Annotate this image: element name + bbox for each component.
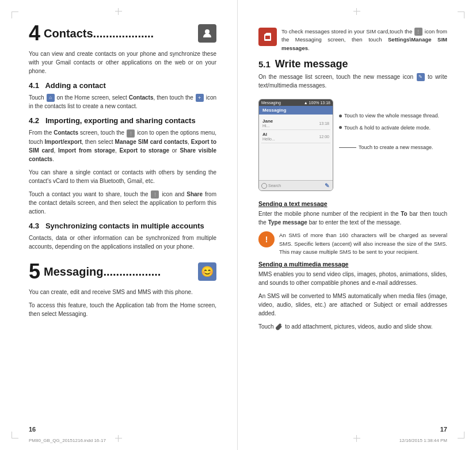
mockup-section: Messaging ▲ 100% 13:18 Messaging Jane Hi… <box>258 94 447 196</box>
corner-br <box>458 432 464 438</box>
sms-info-icon: ! <box>258 231 275 247</box>
search-label: Search <box>268 184 281 188</box>
sending-text-body: Enter the mobile phone number of the rec… <box>258 209 447 227</box>
message-time-2: 12:00 <box>319 135 329 139</box>
corner-tr <box>458 12 464 18</box>
section42-para3: Touch a contact you want to share, touch… <box>29 190 216 216</box>
chapter5-title: Messaging.................. <box>44 265 198 279</box>
chapter4-title: Contacts................... <box>44 27 198 40</box>
page-number-right: 17 <box>440 426 447 433</box>
messaging-app-title: Messaging <box>262 108 286 113</box>
add-contact-icon: + <box>196 94 204 102</box>
callout2-row: Touch & hold to activate delete mode. <box>339 124 447 132</box>
callout1-dot <box>339 115 342 117</box>
chapter5-number: 5 <box>29 261 40 282</box>
section41-text: Touch ⌂ on the Home screen, select Conta… <box>29 93 216 110</box>
sending-text-heading: Sending a text message <box>258 200 447 207</box>
sim-menu-icon: ⋮ <box>414 28 422 36</box>
phone-mockup: Messaging ▲ 100% 13:18 Messaging Jane Hi… <box>258 99 333 191</box>
message-item: Jane Hi... 13:18 <box>261 117 330 130</box>
section51-heading: 5.1 Write message <box>258 58 447 70</box>
message-time: 13:18 <box>319 121 329 125</box>
compose-icon: ✎ <box>417 73 425 81</box>
cross-bottom <box>115 435 122 442</box>
svg-rect-2 <box>265 36 270 39</box>
sms-info-text: An SMS of more than 160 characters will … <box>279 231 447 256</box>
callouts: Touch to view the whole message thread. … <box>339 112 447 151</box>
chapter4-number: 4 <box>29 23 40 44</box>
contact-preview: Hi... <box>262 124 273 128</box>
left-page: 4 Contacts................... You can vi… <box>0 0 238 450</box>
chapter4-intro: You can view and create contacts on your… <box>29 49 216 75</box>
section51-title: Write message <box>275 58 348 70</box>
messaging-icon: 😊 <box>198 262 216 281</box>
contacts-icon <box>198 24 216 43</box>
phone-search-icon <box>261 183 267 189</box>
contact-name-2: Al <box>262 132 275 137</box>
sending-mms-heading: Sending a multimedia message <box>258 261 447 268</box>
section43-heading: 4.3 Synchronizing contacts in multiple a… <box>29 222 216 230</box>
chapter4-heading: 4 Contacts................... <box>29 23 216 44</box>
cross-bottom-right <box>353 435 360 442</box>
corner-bl <box>12 432 18 438</box>
touch-attach-text: Touch to add attachment, pictures, video… <box>258 322 447 331</box>
home-icon: ⌂ <box>47 94 55 102</box>
section51-num: 5.1 <box>258 59 271 69</box>
share-icon2: ⋮ <box>151 190 159 199</box>
sending-mms-body2: An SMS will be converted to MMS automati… <box>258 292 447 318</box>
chapter5-heading: 5 Messaging.................. 😊 <box>29 261 216 282</box>
footer-left: PM80_GB_QG_20151216.indd 16-17 <box>29 438 106 443</box>
sim-tip-text: To check messages stored in your SIM car… <box>281 28 447 52</box>
callout3-row: Touch to create a new message. <box>339 143 447 151</box>
chapter5-intro2: To access this feature, touch the Applic… <box>29 301 216 318</box>
chapter5-intro1: You can create, edit and receive SMS and… <box>29 288 216 296</box>
svg-point-0 <box>205 29 210 34</box>
section51-intro: On the message list screen, touch the ne… <box>258 73 447 90</box>
touch-label: Touch <box>258 323 274 330</box>
corner-tl <box>12 12 18 18</box>
callout1-row: Touch to view the whole message thread. <box>339 112 447 120</box>
right-page: To check messages stored in your SIM car… <box>238 0 476 450</box>
section41-heading: 4.1 Adding a contact <box>29 81 216 90</box>
phone-compose-bar: Search ✎ <box>259 180 333 190</box>
phone-status-bar: Messaging ▲ 100% 13:18 <box>259 100 333 106</box>
footer-right: 12/16/2015 1:38:44 PM <box>399 438 447 443</box>
sim-tip-box: To check messages stored in your SIM car… <box>258 28 447 52</box>
attachment-icon <box>275 323 283 331</box>
attach-text: to add attachment, pictures, videos, aud… <box>285 323 432 330</box>
section42-para1: From the Contacts screen, touch the ⋮ ic… <box>29 128 216 163</box>
callout2-dot <box>339 126 342 129</box>
callout3-line <box>339 147 356 148</box>
menu-icon: ⋮ <box>127 129 135 138</box>
phone-title-bar: Messaging <box>259 106 333 115</box>
callout1-text: Touch to view the whole message thread. <box>344 112 439 120</box>
cross-top-right <box>353 8 360 15</box>
compose-plus-icon: ✎ <box>325 182 329 189</box>
section42-para2: You can share a single contact or contac… <box>29 168 216 185</box>
sim-icon <box>258 28 277 46</box>
phone-message-area: Jane Hi... 13:18 Al Hello... 12:00 <box>259 115 333 146</box>
contact-name: Jane <box>262 119 273 124</box>
sending-mms-body1: MMS enables you to send video clips, ima… <box>258 270 447 287</box>
callout3-text: Touch to create a new message. <box>359 143 433 151</box>
callout2-text: Touch & hold to activate delete mode. <box>344 124 431 132</box>
sms-info-box: ! An SMS of more than 160 characters wil… <box>258 231 447 256</box>
page-number-left: 16 <box>29 426 36 433</box>
cross-top <box>115 8 122 15</box>
section43-text: Contacts, data or other information can … <box>29 234 216 251</box>
contact-preview-2: Hello... <box>262 137 275 141</box>
message-item-2: Al Hello... 12:00 <box>261 130 330 143</box>
section42-heading: 4.2 Importing, exporting and sharing con… <box>29 116 216 125</box>
